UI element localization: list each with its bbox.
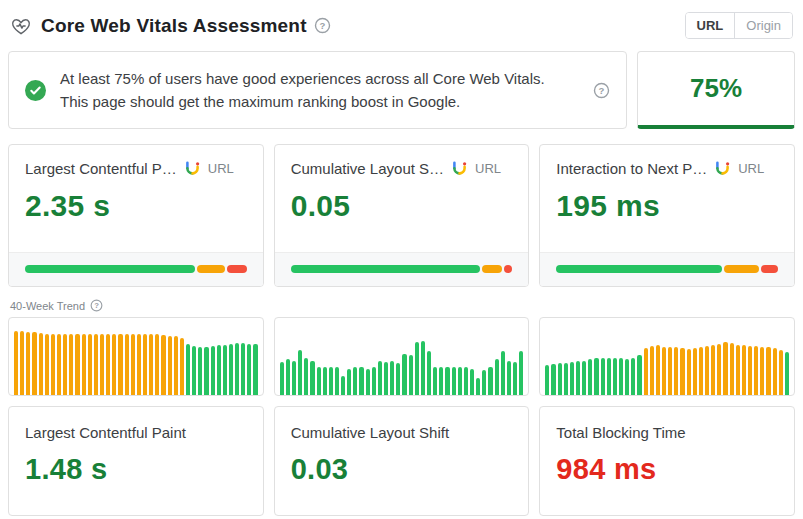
bottom-card-tbt: Total Blocking Time 984 ms [539,406,795,516]
metric-title: Largest Contentful P… [25,160,177,177]
metric-card-footer [540,252,794,286]
distribution-bar [25,265,247,273]
toggle-origin-button[interactable]: Origin [734,13,792,38]
metric-cards-row: Largest Contentful P… URL 2.35 s Cumulat… [8,144,795,287]
metric-card-lcp: Largest Contentful P… URL 2.35 s [8,144,264,287]
assessment-message: At least 75% of users have good experien… [60,67,572,114]
score-value: 75% [690,73,742,104]
distribution-bar [556,265,778,273]
metric-card-footer [275,252,529,286]
score-card: 75% [637,51,795,129]
bottom-card-title: Largest Contentful Paint [25,424,247,441]
metric-title: Interaction to Next P… [556,160,707,177]
metric-scope-label: URL [208,161,234,176]
svg-text:?: ? [319,20,325,31]
toggle-url-button[interactable]: URL [686,13,735,38]
metric-title: Cumulative Layout S… [291,160,444,177]
trend-help-icon[interactable]: ? [90,299,103,312]
trend-label: 40-Week Trend [10,300,85,312]
metric-card-body: Cumulative Layout S… URL 0.05 [275,145,529,252]
metric-card-inp: Interaction to Next P… URL 195 ms [539,144,795,287]
assessment-row: At least 75% of users have good experien… [8,51,795,129]
trend-chart-tbt [539,317,795,396]
page-title: Core Web Vitals Assessment [41,15,307,37]
crux-chrome-ux-icon [714,160,731,177]
trend-charts-row [8,317,795,396]
metric-value: 0.05 [291,189,513,223]
metric-value: 195 ms [556,189,778,223]
crux-chrome-ux-icon [184,160,201,177]
bottom-card-value: 984 ms [556,453,778,486]
trend-chart-cls [274,317,530,396]
trend-chart-lcp [8,317,264,396]
header: Core Web Vitals Assessment ? URL Origin [10,12,793,39]
metric-scope-label: URL [738,161,764,176]
metric-card-body: Interaction to Next P… URL 195 ms [540,145,794,252]
svg-text:?: ? [94,301,99,310]
metric-card-cls: Cumulative Layout S… URL 0.05 [274,144,530,287]
trend-label-row: 40-Week Trend ? [10,299,795,312]
bottom-card-title: Total Blocking Time [556,424,778,441]
metric-card-body: Largest Contentful P… URL 2.35 s [9,145,263,252]
metric-value: 2.35 s [25,189,247,223]
metric-card-footer [9,252,263,286]
heart-pulse-icon [10,15,32,37]
crux-chrome-ux-icon [451,160,468,177]
bottom-card-title: Cumulative Layout Shift [291,424,513,441]
bottom-card-value: 1.48 s [25,453,247,486]
bottom-card-lcp: Largest Contentful Paint 1.48 s [8,406,264,516]
check-circle-icon [25,80,46,101]
bottom-card-cls: Cumulative Layout Shift 0.03 [274,406,530,516]
bottom-cards-row: Largest Contentful Paint 1.48 s Cumulati… [8,406,795,516]
svg-text:?: ? [599,84,605,95]
distribution-bar [291,265,513,273]
url-origin-toggle: URL Origin [685,12,793,39]
assessment-message-card: At least 75% of users have good experien… [8,51,627,129]
title-help-icon[interactable]: ? [314,17,331,34]
bottom-card-value: 0.03 [291,453,513,486]
metric-scope-label: URL [475,161,501,176]
assessment-help-icon[interactable]: ? [593,82,610,99]
